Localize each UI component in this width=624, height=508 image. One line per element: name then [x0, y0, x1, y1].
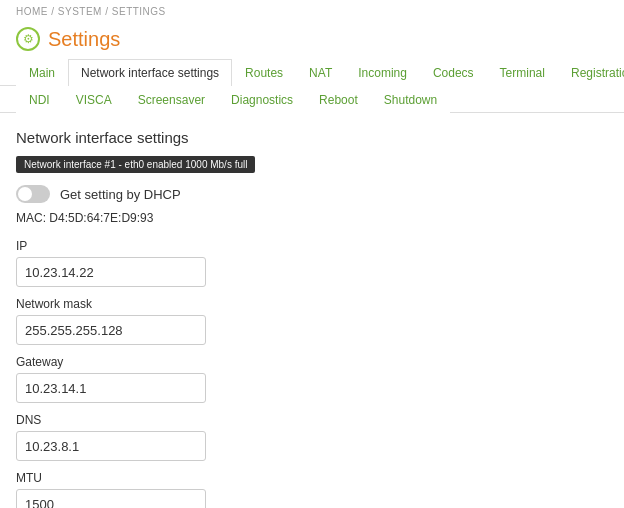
- tabs-row2: NDI VISCA Screensaver Diagnostics Reboot…: [0, 86, 624, 113]
- label-dns: DNS: [16, 413, 608, 427]
- dhcp-toggle-label: Get setting by DHCP: [60, 187, 181, 202]
- tab-routes[interactable]: Routes: [232, 59, 296, 86]
- mac-value: D4:5D:64:7E:D9:93: [49, 211, 153, 225]
- input-dns[interactable]: [16, 431, 206, 461]
- content-area: Network interface settings Network inter…: [0, 113, 624, 508]
- field-ip: IP: [16, 239, 608, 287]
- tab-nat[interactable]: NAT: [296, 59, 345, 86]
- tab-reboot[interactable]: Reboot: [306, 86, 371, 113]
- input-gateway[interactable]: [16, 373, 206, 403]
- tab-screensaver[interactable]: Screensaver: [125, 86, 218, 113]
- label-mtu: MTU: [16, 471, 608, 485]
- tab-ndi[interactable]: NDI: [16, 86, 63, 113]
- field-dns: DNS: [16, 413, 608, 461]
- tab-shutdown[interactable]: Shutdown: [371, 86, 450, 113]
- mac-label: MAC:: [16, 211, 46, 225]
- label-ip: IP: [16, 239, 608, 253]
- field-mtu: MTU: [16, 471, 608, 508]
- tab-network-interface-settings[interactable]: Network interface settings: [68, 59, 232, 86]
- toggle-row: Get setting by DHCP: [16, 185, 608, 203]
- page-header: ⚙ Settings: [0, 23, 624, 59]
- field-gateway: Gateway: [16, 355, 608, 403]
- tab-visca[interactable]: VISCA: [63, 86, 125, 113]
- section-title: Network interface settings: [16, 129, 608, 146]
- label-gateway: Gateway: [16, 355, 608, 369]
- label-network-mask: Network mask: [16, 297, 608, 311]
- tab-diagnostics[interactable]: Diagnostics: [218, 86, 306, 113]
- page-title: Settings: [48, 28, 120, 51]
- tab-codecs[interactable]: Codecs: [420, 59, 487, 86]
- breadcrumb: HOME / SYSTEM / SETTINGS: [0, 0, 624, 23]
- tab-main[interactable]: Main: [16, 59, 68, 86]
- dhcp-toggle[interactable]: [16, 185, 50, 203]
- mac-address-row: MAC: D4:5D:64:7E:D9:93: [16, 211, 608, 225]
- input-ip[interactable]: [16, 257, 206, 287]
- tabs-row1: Main Network interface settings Routes N…: [0, 59, 624, 86]
- tab-registration-sip[interactable]: Registration SIP: [558, 59, 624, 86]
- input-mtu[interactable]: [16, 489, 206, 508]
- settings-icon: ⚙: [16, 27, 40, 51]
- tab-terminal[interactable]: Terminal: [487, 59, 558, 86]
- status-badge: Network interface #1 - eth0 enabled 1000…: [16, 156, 255, 173]
- input-network-mask[interactable]: [16, 315, 206, 345]
- field-network-mask: Network mask: [16, 297, 608, 345]
- tab-incoming[interactable]: Incoming: [345, 59, 420, 86]
